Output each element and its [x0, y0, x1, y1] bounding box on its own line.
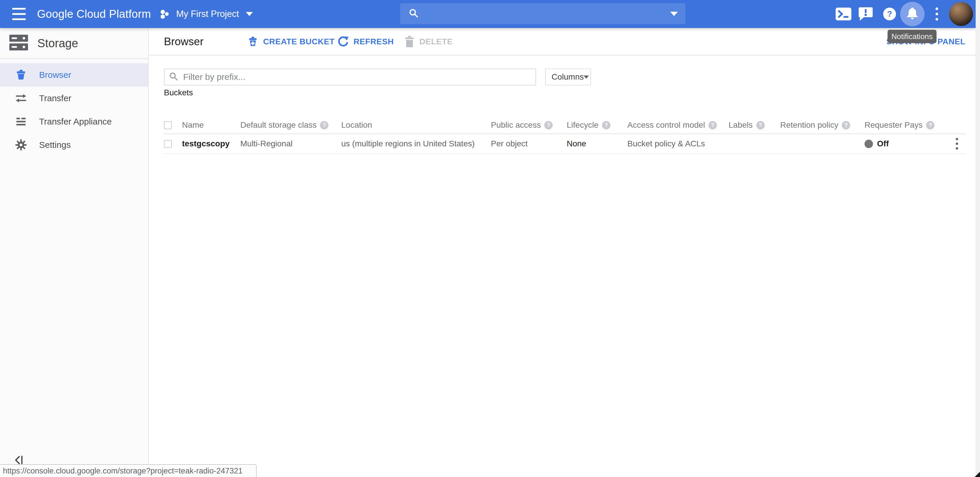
table-row[interactable]: testgcscopy Multi-Regional us (multiple … — [164, 134, 966, 154]
columns-label: Columns — [552, 72, 584, 82]
help-button[interactable]: ? — [881, 0, 898, 28]
help-icon[interactable]: ? — [926, 121, 934, 129]
column-header-storage-class[interactable]: Default storage class? — [240, 121, 341, 130]
requester-pays-status-dot — [864, 140, 873, 148]
columns-dropdown-button[interactable]: Columns — [545, 68, 591, 86]
page-title: Browser — [164, 28, 204, 56]
filter-by-prefix-input[interactable] — [183, 72, 536, 82]
top-header: Google Cloud Platform My First Project — [0, 0, 976, 28]
svg-text:?: ? — [887, 10, 892, 18]
column-header-labels[interactable]: Labels? — [729, 121, 780, 130]
sidebar-item-transfer[interactable]: Transfer — [0, 87, 148, 110]
trash-icon — [404, 36, 415, 48]
help-icon[interactable]: ? — [842, 121, 850, 129]
sidebar-item-browser[interactable]: Browser — [0, 63, 148, 87]
notifications-tooltip: Notifications — [888, 30, 937, 43]
select-all-checkbox[interactable] — [164, 121, 172, 129]
status-bar-url: https://console.cloud.google.com/storage… — [3, 466, 243, 475]
filter-by-prefix-box — [164, 68, 536, 86]
delete-label: DELETE — [419, 37, 453, 46]
help-icon: ? — [883, 7, 896, 21]
kebab-icon — [956, 137, 958, 150]
help-icon[interactable]: ? — [708, 121, 717, 129]
main-content: Columns Buckets Name Default storage cla… — [149, 56, 976, 477]
chevron-down-icon — [246, 12, 253, 16]
page-toolbar: Browser CREATE BUCKET REFRESH D — [149, 28, 976, 56]
collapse-chevron-icon — [14, 455, 24, 465]
appliance-list-icon — [14, 116, 27, 128]
more-options-button[interactable] — [931, 0, 943, 28]
help-icon[interactable]: ? — [320, 121, 328, 129]
filter-search-icon — [169, 72, 178, 83]
terminal-icon — [835, 8, 851, 21]
sidebar-item-label: Transfer Appliance — [39, 117, 112, 127]
refresh-label: REFRESH — [353, 37, 394, 46]
sidebar: Storage Browser — [0, 28, 149, 477]
sidebar-item-label: Transfer — [39, 93, 72, 103]
search-icon — [408, 8, 419, 19]
account-avatar[interactable] — [949, 2, 973, 26]
storage-product-icon — [10, 34, 28, 52]
project-name: My First Project — [176, 9, 239, 19]
feedback-icon — [858, 7, 873, 21]
feedback-button[interactable] — [857, 0, 874, 28]
create-bucket-label: CREATE BUCKET — [263, 37, 334, 46]
sidebar-title: Storage — [37, 37, 78, 50]
sidebar-nav: Browser Transfer — [0, 59, 148, 157]
create-bucket-icon — [247, 36, 258, 48]
refresh-button[interactable]: REFRESH — [337, 28, 394, 56]
bucket-icon — [14, 69, 27, 81]
hamburger-menu-icon[interactable] — [12, 8, 25, 20]
table-header-row: Name Default storage class? Location Pub… — [164, 117, 966, 134]
refresh-icon — [337, 36, 349, 48]
cloud-shell-button[interactable] — [835, 0, 852, 28]
page-scrollbar[interactable] — [975, 0, 980, 477]
transfer-arrows-icon — [14, 92, 27, 104]
buckets-table: Name Default storage class? Location Pub… — [164, 117, 966, 154]
help-icon[interactable]: ? — [544, 121, 553, 129]
sidebar-item-label: Settings — [39, 140, 71, 150]
sidebar-item-transfer-appliance[interactable]: Transfer Appliance — [0, 110, 148, 133]
columns-caret-icon — [584, 76, 589, 79]
cell-location: us (multiple regions in United States) — [341, 139, 491, 148]
project-selector[interactable]: My First Project — [160, 0, 253, 28]
search-scope-caret-icon[interactable] — [670, 12, 678, 16]
project-icon — [160, 8, 171, 20]
column-header-access-control[interactable]: Access control model? — [627, 121, 729, 130]
kebab-icon — [935, 7, 938, 21]
sidebar-header: Storage — [0, 28, 148, 59]
create-bucket-button[interactable]: CREATE BUCKET — [247, 28, 334, 56]
bell-icon — [906, 7, 918, 21]
header-search-bar[interactable] — [400, 3, 686, 24]
column-header-location[interactable]: Location — [341, 121, 491, 130]
column-header-retention-policy[interactable]: Retention policy? — [780, 121, 864, 130]
sidebar-item-label: Browser — [39, 70, 71, 80]
browser-status-bar: https://console.cloud.google.com/storage… — [0, 464, 257, 477]
sidebar-item-settings[interactable]: Settings — [0, 133, 148, 157]
row-checkbox[interactable] — [164, 140, 172, 148]
cell-access-control: Bucket policy & ACLs — [627, 139, 729, 148]
cell-lifecycle: None — [567, 139, 627, 148]
gcp-logo[interactable]: Google Cloud Platform — [37, 0, 151, 28]
resize-corner — [975, 472, 980, 477]
gear-icon — [14, 139, 27, 151]
cell-public-access: Per object — [491, 139, 567, 148]
notifications-button[interactable] — [900, 2, 924, 26]
column-header-requester-pays[interactable]: Requester Pays? — [864, 121, 945, 130]
requester-pays-value: Off — [877, 139, 889, 148]
column-header-public-access[interactable]: Public access? — [491, 121, 567, 130]
delete-button[interactable]: DELETE — [404, 28, 453, 56]
gcp-console-screen: Google Cloud Platform My First Project — [0, 0, 980, 477]
column-header-lifecycle[interactable]: Lifecycle? — [567, 121, 627, 130]
buckets-section-heading: Buckets — [164, 88, 193, 97]
bucket-name-link[interactable]: testgcscopy — [182, 139, 240, 148]
header-search-input[interactable] — [423, 8, 668, 19]
help-icon[interactable]: ? — [756, 121, 765, 129]
column-header-name[interactable]: Name — [182, 121, 240, 130]
row-actions-menu-button[interactable] — [956, 137, 958, 150]
help-icon[interactable]: ? — [602, 121, 611, 129]
cell-requester-pays: Off — [864, 139, 945, 148]
cell-storage-class: Multi-Regional — [240, 139, 341, 148]
